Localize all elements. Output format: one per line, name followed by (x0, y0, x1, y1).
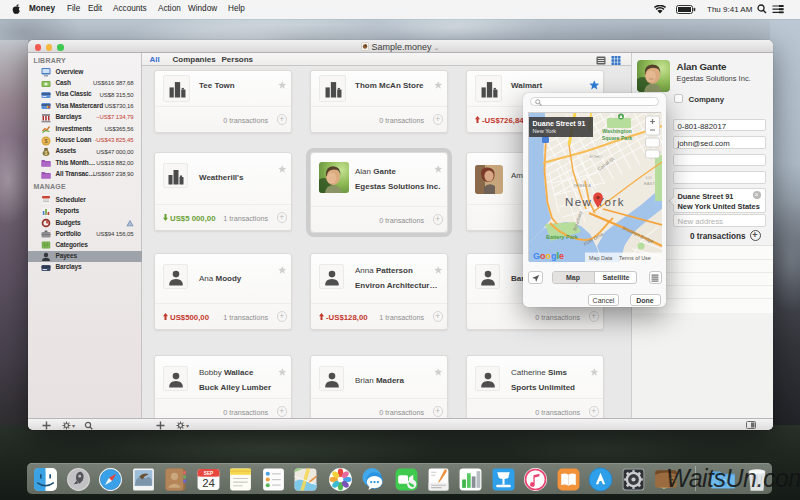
svg-text:LO: LO (646, 175, 652, 180)
svg-text:SEP: SEP (203, 470, 212, 475)
svg-text:$: $ (44, 138, 47, 144)
svg-text:Duane Street 91: Duane Street 91 (533, 120, 586, 127)
svg-text:24: 24 (202, 477, 215, 489)
svg-text:Battery Park: Battery Park (546, 234, 578, 240)
svg-text:Map Data: Map Data (589, 255, 612, 261)
svg-text:New York: New York (533, 128, 557, 134)
svg-text:TRIBECA: TRIBECA (573, 183, 591, 188)
svg-text:Washington: Washington (602, 128, 632, 134)
svg-text:Google: Google (533, 251, 564, 261)
svg-text:SOHO: SOHO (589, 154, 603, 159)
svg-text:Square Park: Square Park (602, 135, 632, 141)
svg-text:EAST: EAST (644, 181, 655, 186)
svg-text:Terms of Use: Terms of Use (619, 255, 651, 261)
